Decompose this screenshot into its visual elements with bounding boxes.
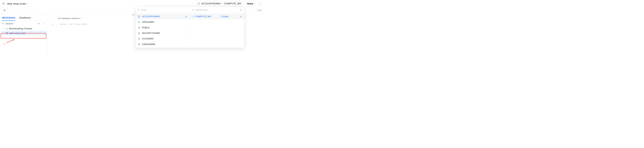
tree-folder[interactable]: Benchmarking Tutorials	[1, 26, 46, 31]
context-role-label: ACCOUNTADMIN	[201, 2, 220, 5]
top-bar: data setup script ACCOUNTADMIN COMPUTE_W…	[0, 0, 264, 7]
roles-list: ACCOUNTADMIN ORGADMIN PUBLIC SECURITYADM…	[136, 13, 190, 48]
new-worksheet-button[interactable]	[38, 22, 41, 25]
context-popover: ACCOUNTADMIN ORGADMIN PUBLIC SECURITYADM…	[135, 7, 244, 48]
role-item-securityadmin[interactable]: SECURITYADMIN	[136, 30, 190, 36]
tree-file-selected[interactable]: data setup script	[1, 31, 46, 35]
context-warehouse-label: COMPUTE_WH	[224, 2, 241, 5]
svg-point-18	[139, 22, 140, 22]
svg-point-5	[5, 10, 5, 11]
role-icon	[138, 15, 140, 18]
worksheet-title[interactable]: data setup script	[7, 2, 26, 5]
role-item-label: ACCOUNTADMIN	[142, 15, 160, 18]
warehouse-item-compute-wh[interactable]: COMPUTE_WH X-Small	[190, 14, 244, 19]
list-view-icon[interactable]	[240, 9, 242, 11]
folder-icon	[6, 27, 8, 30]
roles-column: ACCOUNTADMIN ORGADMIN PUBLIC SECURITYADM…	[136, 7, 190, 48]
sidebar-tabs: Worksheets Databases	[0, 15, 48, 21]
sidebar-tree: Benchmarking Tutorials data setup script	[0, 26, 48, 36]
svg-point-10	[43, 23, 43, 24]
role-icon	[138, 38, 140, 40]
annotation-number-2: 2	[133, 13, 134, 16]
code-line[interactable]: select col from table	[56, 23, 88, 25]
svg-line-14	[139, 10, 140, 11]
warehouse-size-tag: X-Small	[221, 15, 228, 18]
filters-toggle-button[interactable]	[2, 8, 8, 13]
roles-search[interactable]	[136, 7, 190, 13]
svg-line-28	[193, 10, 194, 11]
svg-line-7	[4, 24, 4, 24]
svg-point-22	[139, 33, 140, 33]
run-button[interactable]	[257, 1, 262, 6]
warehouses-search[interactable]	[190, 7, 244, 13]
context-separator-dot-icon	[222, 3, 223, 4]
svg-point-26	[139, 44, 140, 44]
role-icon	[138, 32, 140, 34]
check-icon	[185, 15, 188, 18]
svg-point-3	[4, 10, 4, 10]
role-item-label: SECURITYADMIN	[142, 32, 160, 34]
share-button[interactable]: Share	[245, 1, 256, 6]
search-icon	[2, 23, 4, 25]
role-icon	[138, 21, 140, 23]
line-number: 1	[48, 23, 56, 25]
warehouse-item-label: COMPUTE_WH	[195, 15, 211, 18]
svg-point-27	[192, 9, 194, 10]
svg-point-13	[138, 9, 139, 10]
sidebar-more-button[interactable]	[42, 22, 46, 25]
warehouses-column: COMPUTE_WH X-Small	[190, 7, 244, 48]
warehouse-status-dot-icon	[192, 16, 194, 17]
svg-point-11	[44, 23, 44, 24]
role-item-public[interactable]: PUBLIC	[136, 25, 190, 30]
svg-point-20	[139, 27, 140, 28]
role-icon	[138, 43, 140, 46]
role-item-label: USERADMIN	[142, 43, 155, 46]
role-item-useradmin[interactable]: USERADMIN	[136, 41, 190, 47]
role-item-label: SYSADMIN	[142, 37, 154, 40]
sidebar-search-label[interactable]: Search	[6, 22, 13, 25]
role-icon	[138, 26, 140, 29]
tree-folder-label: Benchmarking Tutorials	[9, 27, 32, 30]
warehouses-search-input[interactable]	[196, 9, 238, 11]
svg-point-12	[44, 23, 44, 24]
role-badge-icon	[198, 2, 200, 5]
svg-point-1	[198, 3, 199, 4]
worksheet-title-caret-icon[interactable]	[27, 3, 28, 4]
search-icon	[192, 9, 194, 11]
role-item-orgadmin[interactable]: ORGADMIN	[136, 19, 190, 25]
role-item-sysadmin[interactable]: SYSADMIN	[136, 36, 190, 41]
roles-search-input[interactable]	[141, 9, 188, 11]
svg-point-24	[139, 38, 140, 39]
worksheet-file-icon	[6, 32, 8, 34]
role-item-accountadmin[interactable]: ACCOUNTADMIN	[136, 14, 190, 19]
sidebar-search-row: Search	[0, 21, 48, 26]
database-selector-caret-icon	[80, 17, 82, 19]
annotation-number-1: 1	[4, 43, 5, 45]
svg-line-32	[6, 39, 14, 43]
context-role-warehouse-button[interactable]: ACCOUNTADMIN COMPUTE_WH	[196, 1, 243, 6]
home-icon[interactable]	[2, 2, 6, 5]
tab-databases[interactable]: Databases	[19, 15, 31, 21]
tab-worksheets[interactable]: Worksheets	[2, 15, 16, 21]
annotation-arrow-icon	[6, 38, 16, 44]
search-icon	[138, 9, 140, 11]
svg-point-16	[139, 16, 140, 16]
database-selector-label: No Database selected	[58, 17, 80, 19]
role-item-label: PUBLIC	[142, 26, 150, 29]
chevron-right-icon	[2, 28, 4, 29]
warehouses-list: COMPUTE_WH X-Small	[190, 13, 244, 20]
sidebar: Worksheets Databases Search	[0, 15, 48, 61]
tree-file-label: data setup script	[9, 32, 26, 34]
svg-point-6	[2, 23, 4, 24]
draft-status: Draft	[257, 9, 262, 11]
check-icon	[240, 15, 242, 18]
role-item-label: ORGADMIN	[142, 21, 154, 23]
